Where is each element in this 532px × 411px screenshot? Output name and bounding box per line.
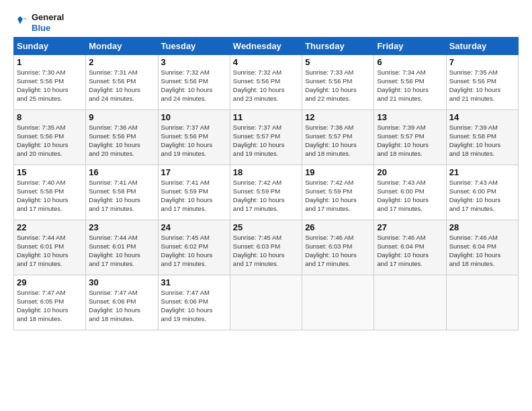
svg-marker-0 — [15, 16, 26, 24]
day-number: 7 — [449, 57, 515, 67]
calendar-cell: 17Sunrise: 7:41 AMSunset: 5:59 PMDayligh… — [158, 165, 230, 220]
day-info: Sunrise: 7:40 AMSunset: 5:58 PMDaylight:… — [17, 179, 83, 213]
calendar-cell: 16Sunrise: 7:41 AMSunset: 5:58 PMDayligh… — [86, 165, 158, 220]
day-number: 1 — [17, 57, 83, 67]
day-number: 5 — [305, 57, 371, 67]
day-info: Sunrise: 7:45 AMSunset: 6:02 PMDaylight:… — [161, 234, 227, 268]
day-info: Sunrise: 7:44 AMSunset: 6:01 PMDaylight:… — [17, 234, 83, 268]
header: General Blue — [13, 12, 519, 33]
day-number: 6 — [377, 57, 443, 67]
calendar-week-4: 22Sunrise: 7:44 AMSunset: 6:01 PMDayligh… — [14, 220, 519, 275]
day-number: 9 — [89, 112, 154, 122]
day-info: Sunrise: 7:47 AMSunset: 6:05 PMDaylight:… — [17, 289, 83, 323]
day-info: Sunrise: 7:30 AMSunset: 5:56 PMDaylight:… — [17, 68, 83, 103]
day-number: 13 — [377, 112, 443, 122]
calendar-cell: 21Sunrise: 7:43 AMSunset: 6:00 PMDayligh… — [446, 165, 518, 220]
day-number: 29 — [17, 277, 83, 287]
calendar-cell: 9Sunrise: 7:36 AMSunset: 5:56 PMDaylight… — [86, 110, 158, 165]
day-number: 28 — [449, 222, 515, 232]
day-info: Sunrise: 7:45 AMSunset: 6:03 PMDaylight:… — [233, 234, 299, 268]
day-info: Sunrise: 7:32 AMSunset: 5:56 PMDaylight:… — [233, 68, 299, 103]
day-info: Sunrise: 7:41 AMSunset: 5:58 PMDaylight:… — [89, 179, 154, 213]
calendar-cell: 31Sunrise: 7:47 AMSunset: 6:06 PMDayligh… — [158, 275, 230, 330]
day-number: 16 — [89, 167, 154, 177]
day-info: Sunrise: 7:39 AMSunset: 5:57 PMDaylight:… — [377, 124, 443, 158]
calendar-week-1: 1Sunrise: 7:30 AMSunset: 5:56 PMDaylight… — [14, 55, 519, 110]
calendar-cell: 10Sunrise: 7:37 AMSunset: 5:56 PMDayligh… — [158, 110, 230, 165]
calendar-cell: 30Sunrise: 7:47 AMSunset: 6:06 PMDayligh… — [86, 275, 158, 330]
logo-general: General — [32, 12, 64, 23]
calendar-cell: 26Sunrise: 7:46 AMSunset: 6:03 PMDayligh… — [302, 220, 374, 275]
calendar-cell: 22Sunrise: 7:44 AMSunset: 6:01 PMDayligh… — [14, 220, 86, 275]
calendar-cell: 24Sunrise: 7:45 AMSunset: 6:02 PMDayligh… — [158, 220, 230, 275]
day-info: Sunrise: 7:37 AMSunset: 5:57 PMDaylight:… — [233, 124, 299, 158]
day-info: Sunrise: 7:34 AMSunset: 5:56 PMDaylight:… — [377, 68, 443, 103]
calendar-cell: 1Sunrise: 7:30 AMSunset: 5:56 PMDaylight… — [14, 55, 86, 110]
day-number: 27 — [377, 222, 443, 232]
page: General Blue SundayMondayTuesdayWednesda… — [0, 0, 532, 411]
day-info: Sunrise: 7:46 AMSunset: 6:03 PMDaylight:… — [305, 234, 371, 268]
day-number: 18 — [233, 167, 299, 177]
weekday-header-sunday: Sunday — [14, 38, 86, 55]
day-info: Sunrise: 7:32 AMSunset: 5:56 PMDaylight:… — [161, 68, 227, 103]
day-number: 14 — [449, 112, 515, 122]
calendar-header-row: SundayMondayTuesdayWednesdayThursdayFrid… — [14, 38, 519, 55]
day-info: Sunrise: 7:37 AMSunset: 5:56 PMDaylight:… — [161, 124, 227, 158]
calendar: SundayMondayTuesdayWednesdayThursdayFrid… — [13, 37, 519, 330]
weekday-header-thursday: Thursday — [302, 38, 374, 55]
day-info: Sunrise: 7:44 AMSunset: 6:01 PMDaylight:… — [89, 234, 154, 268]
calendar-cell: 15Sunrise: 7:40 AMSunset: 5:58 PMDayligh… — [14, 165, 86, 220]
logo-bird-icon — [13, 15, 27, 31]
day-info: Sunrise: 7:36 AMSunset: 5:56 PMDaylight:… — [89, 124, 154, 158]
day-number: 3 — [161, 57, 227, 67]
day-info: Sunrise: 7:39 AMSunset: 5:58 PMDaylight:… — [449, 124, 515, 158]
day-info: Sunrise: 7:47 AMSunset: 6:06 PMDaylight:… — [89, 289, 154, 323]
calendar-cell: 2Sunrise: 7:31 AMSunset: 5:56 PMDaylight… — [86, 55, 158, 110]
day-number: 23 — [89, 222, 154, 232]
day-info: Sunrise: 7:42 AMSunset: 5:59 PMDaylight:… — [233, 179, 299, 213]
day-info: Sunrise: 7:46 AMSunset: 6:04 PMDaylight:… — [377, 234, 443, 268]
day-info: Sunrise: 7:35 AMSunset: 5:56 PMDaylight:… — [449, 68, 515, 103]
day-number: 22 — [17, 222, 83, 232]
weekday-header-monday: Monday — [86, 38, 158, 55]
day-number: 25 — [233, 222, 299, 232]
day-number: 12 — [305, 112, 371, 122]
day-info: Sunrise: 7:35 AMSunset: 5:56 PMDaylight:… — [17, 124, 83, 158]
day-info: Sunrise: 7:43 AMSunset: 6:00 PMDaylight:… — [449, 179, 515, 213]
calendar-cell: 7Sunrise: 7:35 AMSunset: 5:56 PMDaylight… — [446, 55, 518, 110]
calendar-week-3: 15Sunrise: 7:40 AMSunset: 5:58 PMDayligh… — [14, 165, 519, 220]
calendar-cell — [374, 275, 446, 330]
day-number: 31 — [161, 277, 227, 287]
svg-marker-1 — [23, 17, 27, 20]
calendar-cell — [230, 275, 302, 330]
weekday-header-saturday: Saturday — [446, 38, 518, 55]
day-number: 24 — [161, 222, 227, 232]
day-number: 4 — [233, 57, 299, 67]
day-info: Sunrise: 7:38 AMSunset: 5:57 PMDaylight:… — [305, 124, 371, 158]
day-info: Sunrise: 7:33 AMSunset: 5:56 PMDaylight:… — [305, 68, 371, 103]
day-number: 26 — [305, 222, 371, 232]
calendar-cell: 6Sunrise: 7:34 AMSunset: 5:56 PMDaylight… — [374, 55, 446, 110]
calendar-week-5: 29Sunrise: 7:47 AMSunset: 6:05 PMDayligh… — [14, 275, 519, 330]
calendar-cell: 12Sunrise: 7:38 AMSunset: 5:57 PMDayligh… — [302, 110, 374, 165]
calendar-cell: 13Sunrise: 7:39 AMSunset: 5:57 PMDayligh… — [374, 110, 446, 165]
day-number: 19 — [305, 167, 371, 177]
weekday-header-tuesday: Tuesday — [158, 38, 230, 55]
calendar-cell: 27Sunrise: 7:46 AMSunset: 6:04 PMDayligh… — [374, 220, 446, 275]
calendar-cell: 25Sunrise: 7:45 AMSunset: 6:03 PMDayligh… — [230, 220, 302, 275]
day-info: Sunrise: 7:43 AMSunset: 6:00 PMDaylight:… — [377, 179, 443, 213]
day-info: Sunrise: 7:42 AMSunset: 5:59 PMDaylight:… — [305, 179, 371, 213]
calendar-cell: 18Sunrise: 7:42 AMSunset: 5:59 PMDayligh… — [230, 165, 302, 220]
calendar-cell: 28Sunrise: 7:46 AMSunset: 6:04 PMDayligh… — [446, 220, 518, 275]
calendar-cell: 11Sunrise: 7:37 AMSunset: 5:57 PMDayligh… — [230, 110, 302, 165]
weekday-header-wednesday: Wednesday — [230, 38, 302, 55]
day-number: 20 — [377, 167, 443, 177]
calendar-cell: 4Sunrise: 7:32 AMSunset: 5:56 PMDaylight… — [230, 55, 302, 110]
calendar-cell: 8Sunrise: 7:35 AMSunset: 5:56 PMDaylight… — [14, 110, 86, 165]
calendar-cell: 19Sunrise: 7:42 AMSunset: 5:59 PMDayligh… — [302, 165, 374, 220]
calendar-week-2: 8Sunrise: 7:35 AMSunset: 5:56 PMDaylight… — [14, 110, 519, 165]
logo-blue: Blue — [32, 23, 64, 34]
logo: General Blue — [13, 12, 64, 33]
day-number: 10 — [161, 112, 227, 122]
calendar-cell: 14Sunrise: 7:39 AMSunset: 5:58 PMDayligh… — [446, 110, 518, 165]
